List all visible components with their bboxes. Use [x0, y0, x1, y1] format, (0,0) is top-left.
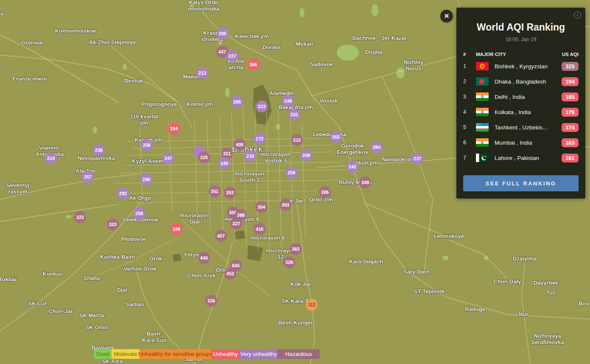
aqi-marker[interactable]: 236	[93, 144, 105, 156]
aqi-marker[interactable]: 219	[244, 150, 256, 162]
legend-item-unhealthy: Unhealthy	[211, 349, 240, 359]
aqi-marker[interactable]: 189	[171, 223, 182, 235]
rank-number: 1	[463, 63, 476, 69]
aqi-badge: 163	[562, 138, 579, 147]
aqi-marker[interactable]: 112	[306, 299, 318, 311]
city-name: Lahore , Pakistan	[495, 155, 562, 161]
ranking-row[interactable]: 5Tashkent , Uzbekis...174	[463, 120, 579, 135]
city-name: Mumbai , India	[495, 140, 562, 146]
aqi-marker[interactable]: 205	[217, 28, 229, 39]
aqi-marker[interactable]: 240	[218, 157, 230, 169]
pakistan-flag	[476, 154, 489, 162]
aqi-marker[interactable]: 353	[224, 187, 236, 199]
aqi-marker[interactable]: 259	[285, 167, 297, 179]
ranking-rows: 1Bishkek , Kyrgyzstan3252Dhaka , Banglad…	[463, 59, 579, 165]
header-aqi: US AQI	[562, 52, 579, 57]
aqi-marker[interactable]: 322	[74, 211, 86, 223]
see-full-ranking-button[interactable]: SEE FULL RANKING	[463, 175, 579, 191]
aqi-marker[interactable]: 393	[280, 199, 291, 211]
aqi-badge: 161	[562, 154, 579, 162]
city-name: Dhaka , Bangladesh	[495, 78, 562, 85]
aqi-marker[interactable]: 258	[133, 207, 145, 219]
aqi-marker[interactable]: 407	[215, 230, 227, 242]
info-icon[interactable]: i	[574, 11, 581, 19]
aqi-marker[interactable]: 452	[224, 268, 236, 280]
aqi-marker[interactable]: 249	[282, 95, 294, 107]
aqi-marker[interactable]: 247	[162, 152, 174, 164]
india-flag	[476, 138, 489, 147]
aqi-badge: 174	[562, 123, 579, 132]
aqi-marker[interactable]: 383	[290, 243, 302, 255]
aqi-marker[interactable]: 326	[283, 256, 295, 268]
aqi-marker[interactable]: 405	[234, 139, 246, 151]
india-flag	[476, 92, 489, 101]
aqi-marker[interactable]: 333	[107, 218, 119, 230]
aqi-marker[interactable]: 231	[288, 109, 300, 120]
aqi-marker[interactable]: 292	[117, 188, 129, 199]
close-icon: ✕	[444, 12, 450, 20]
aqi-marker[interactable]: 255	[330, 131, 342, 143]
aqi-badge: 185	[562, 92, 579, 101]
aqi-badge: 325	[562, 62, 579, 71]
close-panel-button[interactable]: ✕	[440, 10, 453, 22]
panel-timestamp: 18:00, Jan 19	[456, 36, 585, 42]
aqi-marker[interactable]: 272	[254, 133, 266, 145]
ranking-table-header: # MAJOR CITY US AQI	[463, 52, 579, 57]
kyrgyzstan-flag	[476, 62, 489, 70]
panel-title: World AQI Ranking	[456, 22, 585, 33]
aqi-marker[interactable]: 351	[209, 185, 221, 197]
rank-number: 5	[463, 124, 476, 130]
aqi-marker[interactable]: 184	[168, 123, 180, 134]
aqi-marker[interactable]: 166	[247, 59, 259, 70]
aqi-marker[interactable]: 237	[411, 153, 423, 165]
city-name: Bishkek , Kyrgyzstan	[495, 63, 562, 70]
aqi-marker[interactable]: 290	[140, 174, 152, 185]
ranking-row[interactable]: 6Mumbai , India163	[463, 135, 579, 150]
bangladesh-flag	[476, 77, 489, 86]
rank-number: 3	[463, 94, 476, 100]
rank-number: 4	[463, 109, 476, 115]
city-name: Tashkent , Uzbekis...	[495, 124, 562, 131]
city-name: Kolkata , India	[495, 109, 562, 115]
uzbekistan-flag	[476, 123, 489, 132]
aqi-marker[interactable]: 266	[231, 96, 243, 108]
city-name: Delhi , India	[495, 94, 562, 100]
aqi-marker[interactable]: 327	[230, 218, 242, 230]
aqi-marker[interactable]: 306	[319, 186, 331, 198]
aqi-marker[interactable]: 326	[205, 295, 217, 307]
aqi-marker[interactable]: 284	[371, 141, 383, 153]
aqi-marker[interactable]: 312	[291, 134, 303, 146]
ranking-row[interactable]: 7Lahore , Pakistan161	[463, 150, 579, 165]
india-flag	[476, 108, 489, 116]
header-rank: #	[463, 52, 476, 57]
ranking-row[interactable]: 1Bishkek , Kyrgyzstan325	[463, 59, 579, 74]
aqi-marker[interactable]: 208	[300, 149, 312, 161]
rank-number: 6	[463, 140, 476, 146]
aqi-marker[interactable]: 416	[254, 223, 266, 235]
world-aqi-ranking-panel: i World AQI Ranking 18:00, Jan 19 # MAJO…	[456, 8, 585, 199]
legend-item-hazardous: Hazardous	[277, 349, 320, 359]
aqi-marker[interactable]: 304	[255, 201, 267, 213]
aqi-marker[interactable]: 223	[256, 101, 268, 112]
aqi-marker[interactable]: 440	[198, 252, 210, 264]
aqi-marker[interactable]: 349	[359, 176, 371, 188]
rank-number: 2	[463, 78, 476, 84]
aqi-marker[interactable]: 256	[141, 139, 153, 151]
ranking-row[interactable]: 3Delhi , India185	[463, 89, 579, 104]
aqi-marker[interactable]: 325	[198, 151, 210, 163]
legend-item-good: Good	[94, 349, 112, 359]
aqi-marker[interactable]: 213	[196, 67, 208, 79]
aqi-marker[interactable]: 227	[226, 50, 238, 62]
header-city: MAJOR CITY	[476, 52, 562, 57]
legend-item-usg: Unhealthy for sensitive groups	[140, 349, 211, 359]
aqi-marker[interactable]: 214	[45, 152, 57, 164]
rank-number: 7	[463, 155, 476, 161]
aqi-badge: 176	[562, 108, 579, 117]
aqi-marker[interactable]: 242	[347, 161, 358, 173]
aqi-badge: 194	[562, 77, 579, 86]
legend-item-moderate: Moderate	[112, 349, 140, 359]
ranking-row[interactable]: 4Kolkata , India176	[463, 104, 579, 120]
aqi-marker[interactable]: 257	[82, 171, 94, 183]
ranking-row[interactable]: 2Dhaka , Bangladesh194	[463, 74, 579, 89]
aqi-legend: GoodModerateUnhealthy for sensitive grou…	[94, 349, 320, 359]
